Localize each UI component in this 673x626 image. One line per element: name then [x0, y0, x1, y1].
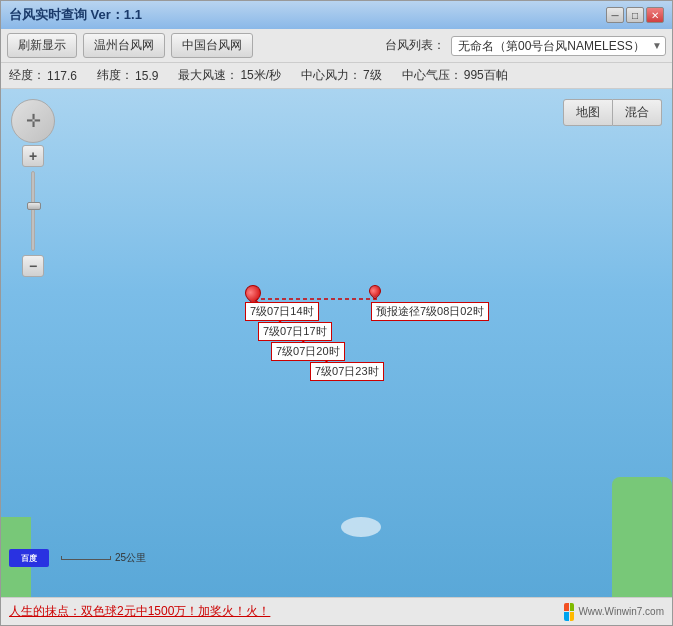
nav-circle[interactable]: ✛: [11, 99, 55, 143]
typhoon-pin-1: [245, 285, 261, 301]
zoom-slider-track: [31, 171, 35, 251]
toolbar: 刷新显示 温州台风网 中国台风网 台风列表： 无命名（第00号台风NAMELES…: [1, 29, 672, 63]
status-right: Www.Winwin7.com: [564, 601, 664, 623]
pin-dot-1: [242, 282, 265, 305]
pressure-value: 995百帕: [464, 67, 508, 84]
typhoon-select-wrapper: 无命名（第00号台风NAMELESS） ▼: [451, 36, 666, 56]
longitude-value: 117.6: [47, 69, 77, 83]
windows-flag-icon: [564, 603, 574, 621]
map-container[interactable]: ✛ + − 地图 混合 7级07日1: [1, 89, 672, 597]
wind-item: 最大风速： 15米/秒: [178, 67, 281, 84]
map-controls: ✛ + −: [11, 99, 55, 277]
force-item: 中心风力： 7级: [301, 67, 382, 84]
pin-dot-2: [367, 283, 384, 300]
map-type-hybrid[interactable]: 混合: [613, 99, 662, 126]
flag-red: [564, 603, 569, 612]
wenzhou-button[interactable]: 温州台风网: [83, 33, 165, 58]
window-controls: ─ □ ✕: [606, 7, 664, 23]
island-shape: [341, 517, 381, 537]
info-bar: 经度： 117.6 纬度： 15.9 最大风速： 15米/秒 中心风力： 7级 …: [1, 63, 672, 89]
track-label-2: 7级07日17时: [258, 322, 332, 341]
close-button[interactable]: ✕: [646, 7, 664, 23]
win7-text: Www.Winwin7.com: [578, 606, 664, 617]
minimize-button[interactable]: ─: [606, 7, 624, 23]
main-window: 台风实时查询 Ver：1.1 ─ □ ✕ 刷新显示 温州台风网 中国台风网 台风…: [0, 0, 673, 626]
track-label-4: 7级07日23时: [310, 362, 384, 381]
flag-blue: [564, 612, 569, 621]
flag-yellow: [570, 612, 575, 621]
typhoon-pin-2: [369, 285, 381, 297]
map-type-map[interactable]: 地图: [563, 99, 613, 126]
scale-label: 25公里: [115, 551, 146, 565]
longitude-label: 经度：: [9, 67, 45, 84]
zoom-slider-thumb[interactable]: [27, 202, 41, 210]
zoom-in-button[interactable]: +: [22, 145, 44, 167]
latitude-label: 纬度：: [97, 67, 133, 84]
zoom-out-button[interactable]: −: [22, 255, 44, 277]
pressure-item: 中心气压： 995百帕: [402, 67, 508, 84]
scale-line: [61, 556, 111, 560]
windows7-logo: Www.Winwin7.com: [564, 601, 664, 623]
track-label-5: 预报途径7级08日02时: [371, 302, 489, 321]
map-logo: 百度: [9, 549, 49, 567]
scale-bar: 25公里: [61, 551, 146, 565]
latitude-item: 纬度： 15.9: [97, 67, 158, 84]
flag-green: [570, 603, 575, 612]
nav-icon: ✛: [26, 110, 41, 132]
wind-value: 15米/秒: [240, 67, 281, 84]
wind-label: 最大风速：: [178, 67, 238, 84]
longitude-item: 经度： 117.6: [9, 67, 77, 84]
status-bar: 人生的抹点：双色球2元中1500万！加奖火！火！ Www.Winwin7.com: [1, 597, 672, 625]
maximize-button[interactable]: □: [626, 7, 644, 23]
force-label: 中心风力：: [301, 67, 361, 84]
pressure-label: 中心气压：: [402, 67, 462, 84]
track-label-3: 7级07日20时: [271, 342, 345, 361]
typhoon-select[interactable]: 无命名（第00号台风NAMELESS）: [451, 36, 666, 56]
typhoon-list-label: 台风列表：: [385, 37, 445, 54]
refresh-button[interactable]: 刷新显示: [7, 33, 77, 58]
status-link[interactable]: 人生的抹点：双色球2元中1500万！加奖火！火！: [9, 603, 270, 620]
title-bar: 台风实时查询 Ver：1.1 ─ □ ✕: [1, 1, 672, 29]
map-type-buttons: 地图 混合: [563, 99, 662, 126]
china-button[interactable]: 中国台风网: [171, 33, 253, 58]
force-value: 7级: [363, 67, 382, 84]
track-label-1: 7级07日14时: [245, 302, 319, 321]
latitude-value: 15.9: [135, 69, 158, 83]
baidu-icon: 百度: [9, 549, 49, 567]
land-right: [612, 477, 672, 597]
window-title: 台风实时查询 Ver：1.1: [9, 6, 142, 24]
